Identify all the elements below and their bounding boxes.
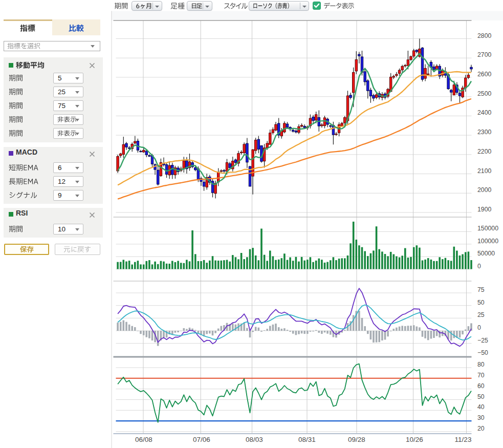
svg-text:25: 25 xyxy=(477,311,485,318)
svg-text:75: 75 xyxy=(477,286,485,293)
svg-text:09/28: 09/28 xyxy=(348,436,365,443)
svg-text:07/06: 07/06 xyxy=(193,436,210,443)
svg-text:2200: 2200 xyxy=(477,148,492,155)
svg-text:0: 0 xyxy=(477,324,481,331)
svg-text:2100: 2100 xyxy=(477,167,492,175)
svg-text:−50: −50 xyxy=(477,349,488,356)
svg-text:0: 0 xyxy=(477,263,481,270)
svg-text:20: 20 xyxy=(477,425,485,432)
svg-text:30: 30 xyxy=(477,414,485,421)
svg-text:50000: 50000 xyxy=(477,250,495,257)
svg-text:2400: 2400 xyxy=(477,109,492,116)
svg-text:2500: 2500 xyxy=(477,90,492,97)
svg-text:2800: 2800 xyxy=(477,32,492,39)
svg-text:2600: 2600 xyxy=(477,71,492,78)
svg-text:2300: 2300 xyxy=(477,129,492,136)
svg-text:11/23: 11/23 xyxy=(455,436,472,443)
svg-text:50: 50 xyxy=(477,299,485,306)
svg-text:150000: 150000 xyxy=(477,225,498,232)
svg-text:70: 70 xyxy=(477,372,485,379)
svg-text:2000: 2000 xyxy=(477,186,492,194)
svg-text:50: 50 xyxy=(477,393,485,400)
svg-text:1900: 1900 xyxy=(477,206,492,213)
svg-text:08/03: 08/03 xyxy=(246,436,263,443)
svg-text:80: 80 xyxy=(477,361,485,368)
svg-text:06/08: 06/08 xyxy=(135,436,152,443)
svg-text:10/26: 10/26 xyxy=(406,436,423,443)
svg-text:100000: 100000 xyxy=(477,238,498,245)
svg-text:60: 60 xyxy=(477,382,485,390)
svg-text:−25: −25 xyxy=(477,337,488,344)
svg-text:40: 40 xyxy=(477,403,485,411)
svg-text:08/31: 08/31 xyxy=(298,436,316,443)
svg-text:2700: 2700 xyxy=(477,51,492,58)
